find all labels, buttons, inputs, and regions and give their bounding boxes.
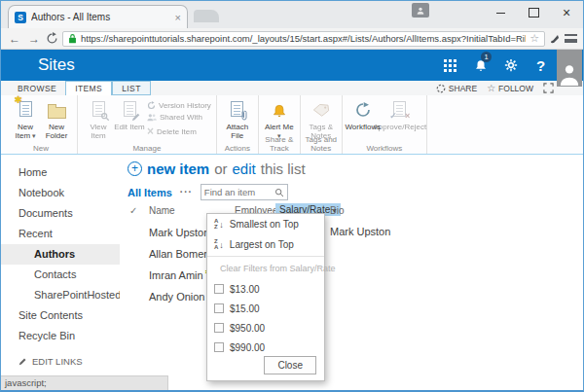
version-history-label: Version History — [159, 101, 211, 110]
help-button[interactable]: ? — [526, 50, 556, 81]
ribbon-right-actions: SHARE FOLLOW — [436, 81, 554, 95]
checkbox[interactable] — [214, 342, 224, 352]
delete-item-button[interactable]: Delete Item — [147, 125, 211, 138]
ribbon-group-actions: Attach File Actions — [217, 95, 259, 154]
follow-button[interactable]: FOLLOW — [487, 83, 533, 93]
focus-on-content-button[interactable] — [543, 83, 554, 93]
clear-filters-label: Clear Filters from Salary/Rate — [220, 264, 336, 273]
view-menu-ellipsis-icon[interactable] — [180, 187, 193, 197]
sharepoint-favicon-icon: S — [15, 12, 26, 23]
close-window-button[interactable] — [550, 1, 583, 24]
edit-links-button[interactable]: EDIT LINKS — [1, 356, 120, 367]
search-icon[interactable] — [274, 188, 284, 197]
filter-option[interactable]: $950.00 — [207, 318, 324, 338]
table-row[interactable]: Andy Onion — [120, 287, 583, 308]
edit-list-link[interactable]: edit — [233, 160, 256, 177]
row-name-cell[interactable]: Andy Onion — [149, 290, 212, 303]
new-tab-button[interactable] — [194, 10, 219, 22]
view-item-button[interactable]: View Item — [83, 98, 114, 140]
checkbox[interactable] — [214, 303, 224, 313]
close-button[interactable]: Close — [264, 356, 316, 374]
browser-titlebar: S Authors - All Items — [1, 1, 583, 28]
row-name-cell[interactable]: Allan Bomer — [149, 247, 215, 260]
column-header-name[interactable]: Name — [149, 205, 175, 216]
app-launcher-button[interactable] — [435, 50, 465, 81]
sort-largest-label: Largest on Top — [230, 239, 294, 250]
settings-button[interactable] — [495, 50, 526, 81]
sidebar-item-recent[interactable]: Recent — [1, 224, 120, 244]
attach-file-button[interactable]: Attach File — [222, 98, 253, 140]
sidebar-item-home[interactable]: Home — [1, 162, 120, 183]
new-folder-button[interactable]: New Folder — [41, 98, 72, 140]
sidebar-item-notebook[interactable]: Notebook — [1, 183, 120, 203]
delete-icon — [147, 125, 154, 138]
menu-separator — [207, 256, 324, 257]
paperclip-icon — [239, 110, 248, 122]
tab-list[interactable]: LIST — [112, 81, 151, 95]
suite-title: Sites — [38, 55, 435, 75]
maximize-button[interactable] — [517, 1, 550, 24]
row-name-cell[interactable]: Imran Amin — [149, 268, 211, 281]
new-item-button[interactable]: New Item — [10, 98, 41, 140]
approve-reject-label: Approve/Reject — [373, 123, 426, 131]
filter-option[interactable]: $15.00 — [207, 299, 324, 318]
tags-notes-button[interactable]: Tags & Notes — [306, 98, 337, 140]
search-input[interactable] — [204, 187, 274, 197]
address-bar[interactable]: https://sharepointtutorials.sharepoint.c… — [62, 31, 545, 47]
alert-me-button[interactable]: Alert Me — [264, 98, 295, 140]
tab-close-icon[interactable] — [175, 12, 181, 23]
ribbon-tab-row: BROWSE ITEMS LIST SHARE FOLLOW — [1, 81, 583, 95]
filter-option[interactable]: $990.00 — [207, 338, 324, 357]
quick-launch-nav: Home Notebook Documents Recent Authors C… — [1, 155, 120, 390]
https-lock-icon — [68, 33, 77, 44]
follow-star-icon — [487, 83, 495, 93]
browser-tab[interactable]: S Authors - All Items — [8, 5, 188, 28]
tab-items[interactable]: ITEMS — [65, 81, 112, 95]
pencil-icon — [131, 112, 141, 122]
shared-with-label: Shared With — [160, 113, 202, 122]
reload-icon[interactable] — [46, 32, 58, 45]
table-row[interactable]: Allan Bomer — [120, 244, 583, 266]
share-icon — [436, 84, 446, 93]
select-all-checkmark-icon[interactable] — [129, 205, 137, 216]
table-row[interactable]: Mark Upston Mark Upston — [120, 223, 583, 244]
group-label-manage: Manage — [78, 144, 216, 153]
notifications-button[interactable]: 1 — [465, 50, 495, 81]
user-avatar[interactable] — [557, 50, 582, 87]
column-header-bio[interactable]: Bio — [330, 205, 344, 216]
tab-browse[interactable]: BROWSE — [9, 81, 65, 95]
version-history-button[interactable]: Version History — [147, 101, 211, 110]
approve-reject-button[interactable]: Approve/Reject — [379, 98, 421, 131]
bookmark-star-icon[interactable] — [529, 32, 539, 45]
checkbox[interactable] — [214, 323, 224, 333]
edit-item-button[interactable]: Edit Item — [114, 98, 145, 131]
sidebar-item-sharepointhostedapp[interactable]: SharePointHostedApp — [1, 285, 120, 305]
sidebar-item-contacts[interactable]: Contacts — [1, 265, 120, 285]
sidebar-item-authors[interactable]: Authors — [1, 244, 120, 265]
filter-option-label: $990.00 — [230, 342, 265, 353]
view-all-items-link[interactable]: All Items — [128, 187, 172, 198]
browser-menu-icon[interactable] — [565, 34, 577, 43]
manage-small-buttons: Version History Shared With Delete Item — [147, 98, 211, 138]
sidebar-item-documents[interactable]: Documents — [1, 203, 120, 224]
sort-smallest-on-top[interactable]: Smallest on Top — [207, 214, 324, 234]
minimize-button[interactable] — [484, 1, 517, 24]
sidebar-item-site-contents[interactable]: Site Contents — [1, 305, 120, 326]
forward-button[interactable] — [26, 32, 42, 46]
search-box — [201, 184, 288, 200]
browser-profile-icon[interactable] — [412, 3, 429, 18]
table-row[interactable]: Imran Amin — [120, 266, 583, 287]
filter-option[interactable]: $13.00 — [207, 279, 324, 299]
url-text: https://sharepointtutorials.sharepoint.c… — [81, 33, 526, 44]
focus-on-content-icon — [543, 83, 554, 93]
table-header: Name Employee Salary/Rate Bio — [120, 205, 583, 221]
shared-with-button[interactable]: Shared With — [147, 113, 211, 122]
back-button[interactable] — [7, 32, 22, 46]
extension-icon[interactable] — [549, 33, 561, 45]
sidebar-item-recycle-bin[interactable]: Recycle Bin — [1, 326, 120, 346]
sort-largest-on-top[interactable]: Largest on Top — [207, 234, 324, 255]
view-selector-bar: All Items — [128, 184, 288, 200]
new-item-link[interactable]: new item — [147, 160, 209, 177]
checkbox[interactable] — [214, 284, 224, 294]
share-button[interactable]: SHARE — [436, 84, 477, 93]
